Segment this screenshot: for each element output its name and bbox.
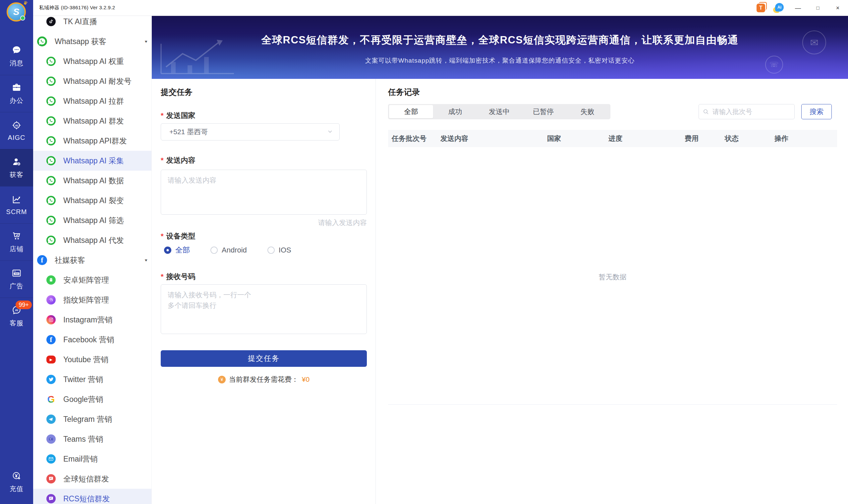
batch-search-input[interactable]	[712, 108, 790, 116]
submit-task-panel: 提交任务 * 发送国家 +521 墨西哥 * 发送内容 请输入发送内容 * 设备…	[152, 79, 376, 504]
menu-item-facebook-marketing[interactable]: fFacebook 营销	[33, 330, 151, 349]
instagram-icon	[47, 315, 56, 324]
tab-paused[interactable]: 已暂停	[521, 105, 565, 118]
menu-item-label: Whatsapp 获客	[55, 36, 106, 47]
menu-item-telegram[interactable]: Telegram 营销	[33, 409, 151, 429]
whatsapp-icon	[47, 76, 56, 86]
menu-item-twitter[interactable]: Twitter 营销	[33, 370, 151, 389]
menu-item-rcs-sms[interactable]: RCS短信群发	[33, 489, 151, 504]
search-button[interactable]: 搜索	[801, 104, 832, 119]
rail-item-message[interactable]: 消息	[0, 38, 33, 75]
youtube-icon: ▶	[47, 356, 56, 363]
fee-amount: ¥0	[302, 375, 309, 383]
menu-item-label: 社媒获客	[55, 255, 85, 266]
rail-item-acquire[interactable]: 获客	[0, 149, 33, 186]
menu-item-wa-pull-group[interactable]: Whatsapp AI 拉群	[33, 91, 151, 111]
rail-item-office[interactable]: 办公	[0, 75, 33, 112]
tab-success[interactable]: 成功	[433, 105, 477, 118]
menu-item-label: RCS短信群发	[63, 494, 110, 504]
device-type-label: * 设备类型	[161, 231, 196, 241]
menu-item-global-sms[interactable]: 全球短信群发	[33, 469, 151, 489]
menu-item-teams[interactable]: TTeams 营销	[33, 429, 151, 449]
ads-icon: ADS	[12, 268, 21, 279]
menu-item-label: Instagram营销	[63, 315, 112, 325]
shop-icon	[12, 231, 21, 242]
required-asterisk: *	[161, 156, 164, 165]
google-icon: G	[47, 395, 56, 404]
rail-item-recharge[interactable]: 充值	[0, 466, 33, 499]
menu-item-youtube[interactable]: ▶Youtube 营销	[33, 349, 151, 370]
aigc-icon: AI	[12, 120, 21, 131]
menu-item-wa-durable[interactable]: Whatsapp AI 耐发号	[33, 71, 151, 91]
column-header: 状态	[725, 134, 774, 143]
message-icon	[12, 45, 21, 56]
menu-item-label: 全球短信群发	[63, 474, 109, 484]
menu-item-email[interactable]: Email营销	[33, 449, 151, 469]
device-radio-android[interactable]: Android	[211, 246, 247, 254]
menu-item-social-group[interactable]: f社媒获客▼	[33, 250, 151, 270]
radio-dot	[211, 247, 218, 254]
rail-item-service[interactable]: 99+AI客服	[0, 298, 33, 335]
rail-item-shop[interactable]: 店铺	[0, 223, 33, 260]
whatsapp-icon	[47, 136, 56, 145]
submit-task-button[interactable]: 提交任务	[161, 350, 367, 367]
briefcase-icon	[12, 83, 21, 94]
menu-item-tk-ai-live[interactable]: TK AI直播	[33, 16, 151, 32]
menu-item-wa-api-send[interactable]: Whatsapp API群发	[33, 131, 151, 151]
facebook-icon: f	[47, 335, 56, 344]
menu-item-wa-proxy-send[interactable]: Whatsapp AI 代发	[33, 230, 151, 250]
content-label: * 发送内容	[161, 156, 196, 165]
tab-all[interactable]: 全部	[389, 105, 433, 118]
rail-item-scrm[interactable]: SCRM	[0, 186, 33, 223]
country-label: * 发送国家	[161, 111, 196, 121]
menu-item-google[interactable]: GGoogle营销	[33, 389, 151, 409]
telegram-icon	[47, 415, 56, 424]
batch-search-box[interactable]	[699, 104, 795, 119]
collapse-caret-icon[interactable]: ▼	[144, 258, 148, 262]
rail-item-aigc[interactable]: AIAIGC	[0, 112, 33, 149]
menu-item-fingerprint-matrix[interactable]: 指纹矩阵管理	[33, 290, 151, 310]
device-radio-ios[interactable]: IOS	[267, 246, 291, 254]
menu-item-wa-weight[interactable]: Whatsapp AI 权重	[33, 51, 151, 71]
app-logo: S ♛	[7, 2, 26, 21]
window-title: 私域神器 (ID-386176) Ver 3.2.9.2	[39, 5, 115, 11]
sms-icon	[47, 474, 56, 484]
menu-item-label: Email营销	[63, 454, 98, 464]
whatsapp-icon	[47, 57, 56, 66]
menu-item-wa-fission[interactable]: Whatsapp AI 裂变	[33, 191, 151, 211]
menu-item-wa-collect[interactable]: Whatsapp AI 采集	[33, 151, 151, 170]
column-header: 任务批次号	[392, 134, 440, 143]
menu-item-wa-mass-send[interactable]: Whatsapp AI 群发	[33, 111, 151, 131]
menu-item-instagram[interactable]: Instagram营销	[33, 310, 151, 330]
whatsapp-icon	[47, 236, 56, 245]
tab-failed[interactable]: 失败	[565, 105, 609, 118]
app-window: 私域神器 (ID-386176) Ver 3.2.9.2 T Ai — □ × …	[0, 0, 848, 504]
maximize-button[interactable]: □	[812, 0, 824, 16]
column-header: 进度	[609, 134, 685, 143]
device-radio-all[interactable]: 全部	[164, 245, 190, 255]
menu-item-label: Teams 营销	[63, 434, 103, 444]
menu-item-label: TK AI直播	[63, 17, 97, 27]
numbers-textarea[interactable]	[161, 284, 367, 334]
content-textarea[interactable]	[161, 170, 367, 215]
ai-assistant-icon[interactable]: Ai	[774, 3, 784, 13]
sidebar-menu: TK AI直播Whatsapp 获客▼Whatsapp AI 权重Whatsap…	[33, 16, 152, 504]
menu-item-wa-filter[interactable]: Whatsapp AI 筛选	[33, 211, 151, 230]
close-button[interactable]: ×	[832, 0, 843, 16]
menu-item-android-matrix[interactable]: 安卓矩阵管理	[33, 270, 151, 290]
svg-text:AI: AI	[15, 124, 18, 127]
rail-item-ads[interactable]: ADS广告	[0, 260, 33, 298]
menu-item-wa-data[interactable]: Whatsapp AI 数据	[33, 170, 151, 191]
translate-icon[interactable]: T	[757, 4, 765, 12]
collapse-caret-icon[interactable]: ▼	[144, 39, 148, 43]
tab-sending[interactable]: 发送中	[477, 105, 521, 118]
rail-item-label: SCRM	[6, 208, 27, 216]
form-heading: 提交任务	[161, 87, 193, 97]
rail-item-label: 消息	[10, 59, 23, 68]
teams-icon: T	[47, 434, 56, 444]
minimize-button[interactable]: —	[792, 0, 804, 16]
fee-prefix: 当前群发任务需花费：	[229, 375, 299, 384]
rail-item-label: 店铺	[10, 245, 23, 253]
country-select[interactable]: +521 墨西哥	[161, 123, 340, 141]
menu-item-whatsapp-group[interactable]: Whatsapp 获客▼	[33, 32, 151, 51]
